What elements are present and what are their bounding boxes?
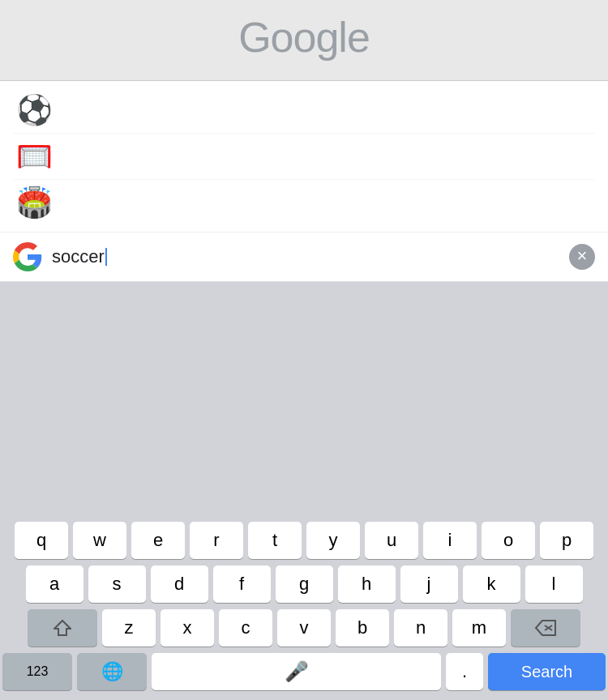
key-t[interactable]: t [248,522,302,559]
key-m[interactable]: m [452,609,506,647]
key-r[interactable]: r [190,522,243,559]
num-key[interactable]: 123 [2,653,72,690]
period-key[interactable]: . [446,653,483,690]
search-key[interactable]: Search [488,653,606,690]
key-k[interactable]: k [463,566,520,603]
key-n[interactable]: n [394,609,447,647]
mic-icon[interactable]: 🎤 [285,660,309,683]
keyboard-row-2: a s d f g h j k l [2,566,606,603]
search-input-value: soccer [52,246,105,267]
key-y[interactable]: y [306,522,360,559]
emoji-suggestion-soccer-ball[interactable]: ⚽ [13,88,595,134]
search-text-container[interactable]: soccer [52,246,559,267]
key-c[interactable]: c [219,609,272,647]
emoji-suggestion-goal-net[interactable]: 🥅 [13,134,595,180]
keyboard: q w e r t y u i o p a s d f g h j k l z … [0,515,608,700]
shift-icon [54,619,71,637]
key-q[interactable]: q [15,522,68,559]
top-bar: Google [0,0,608,81]
key-g[interactable]: g [276,566,333,603]
key-a[interactable]: a [26,566,83,603]
shift-key[interactable] [28,609,97,647]
key-p[interactable]: p [540,522,593,559]
svg-marker-1 [54,621,71,635]
search-input-row: soccer [0,233,608,281]
backspace-key[interactable] [511,609,580,647]
key-i[interactable]: i [423,522,477,559]
key-u[interactable]: u [365,522,418,559]
key-h[interactable]: h [338,566,396,603]
key-l[interactable]: l [525,566,583,603]
clear-button[interactable] [569,244,595,270]
globe-key[interactable]: 🌐 [77,653,147,690]
key-x[interactable]: x [161,609,214,647]
key-v[interactable]: v [277,609,331,647]
globe-icon: 🌐 [101,661,123,682]
keyboard-row-1: q w e r t y u i o p [2,522,606,559]
key-o[interactable]: o [482,522,535,559]
key-s[interactable]: s [88,566,146,603]
text-cursor [105,248,107,266]
emoji-suggestions: ⚽ 🥅 🏟️ [0,81,608,233]
keyboard-row-4: 123 🌐 🎤 . Search [2,653,606,690]
keyboard-row-3: z x c v b n m [2,609,606,647]
key-b[interactable]: b [336,609,389,647]
google-logo: Google [223,7,385,74]
emoji-suggestion-stadium[interactable]: 🏟️ [13,180,595,225]
key-j[interactable]: j [400,566,458,603]
key-f[interactable]: f [213,566,271,603]
search-area: ⚽ 🥅 🏟️ soccer [0,81,608,282]
key-w[interactable]: w [73,522,126,559]
google-g-logo [13,242,42,271]
search-text: soccer [52,246,559,267]
key-d[interactable]: d [151,566,208,603]
space-key[interactable]: 🎤 [152,653,441,690]
svg-text:Google: Google [238,14,370,61]
key-e[interactable]: e [131,522,185,559]
key-z[interactable]: z [102,609,156,647]
backspace-icon [534,619,557,637]
